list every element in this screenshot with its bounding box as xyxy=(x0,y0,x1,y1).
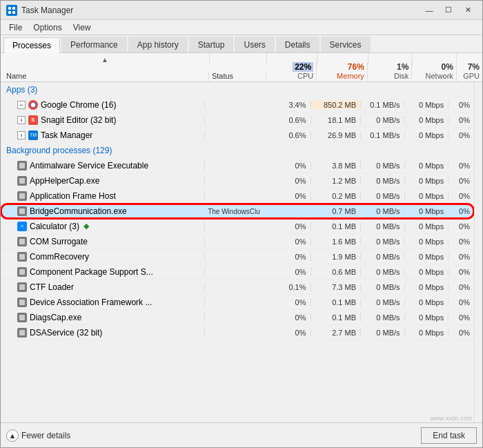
col-cpu-label[interactable]: CPU xyxy=(297,72,313,80)
process-name: Application Frame Host xyxy=(30,191,116,201)
process-row[interactable]: Application Frame Host0%0.2 MB0 MB/s0 Mb… xyxy=(1,188,474,204)
fewer-details-label: Fewer details xyxy=(21,431,70,440)
process-row[interactable]: CommRecovery0%1.9 MB0 MB/s0 Mbps0% xyxy=(1,249,474,264)
process-status-cell: The WindowsClub xyxy=(205,207,261,215)
close-button[interactable]: ✕ xyxy=(459,3,477,17)
process-row[interactable]: Antimalware Service Executable0%3.8 MB0 … xyxy=(1,158,474,173)
process-name-cell: Component Package Support S... xyxy=(1,267,205,277)
maximize-button[interactable]: ☐ xyxy=(440,3,457,17)
process-name: BridgeCommunication.exe xyxy=(30,206,127,216)
process-row[interactable]: DSAService (32 bit)0%2.7 MB0 MB/s0 Mbps0… xyxy=(1,325,474,340)
process-cpu-cell: 0% xyxy=(261,192,310,200)
process-network-cell: 0 Mbps xyxy=(405,177,449,185)
col-status-header[interactable]: Status xyxy=(212,72,233,80)
col-network-label[interactable]: Network xyxy=(426,72,453,80)
process-disk-cell: 0 MB/s xyxy=(361,329,405,337)
tab-details[interactable]: Details xyxy=(276,37,319,52)
fewer-details-icon: ▲ xyxy=(6,429,19,442)
expand-icon[interactable]: › xyxy=(17,131,26,139)
process-network-cell: 0 Mbps xyxy=(405,162,449,170)
tab-app-history[interactable]: App history xyxy=(128,37,188,52)
process-icon xyxy=(17,267,27,277)
process-row[interactable]: AppHelperCap.exe0%1.2 MB0 MB/s0 Mbps0% xyxy=(1,173,474,188)
process-row[interactable]: DiagsCap.exe0%0.1 MB0 MB/s0 Mbps0% xyxy=(1,310,474,325)
process-name: Task Manager xyxy=(41,130,92,140)
col-disk-label[interactable]: Disk xyxy=(394,72,408,80)
process-cpu-cell: 0% xyxy=(261,253,310,261)
process-name-cell: DiagsCap.exe xyxy=(1,313,205,322)
process-cpu-cell: 0% xyxy=(261,177,310,185)
process-cpu-cell: 0% xyxy=(261,313,310,322)
process-network-cell: 0 Mbps xyxy=(405,222,449,231)
window-controls: — ☐ ✕ xyxy=(420,3,477,17)
end-task-button[interactable]: End task xyxy=(421,427,477,444)
process-cpu-cell: 0% xyxy=(261,162,310,170)
svg-rect-0 xyxy=(8,7,11,10)
process-network-cell: 0 Mbps xyxy=(405,298,449,306)
process-row[interactable]: −Google Chrome (16)3.4%850.2 MB0.1 MB/s0… xyxy=(1,97,474,113)
process-gpu-cell: 0% xyxy=(448,298,474,306)
process-disk-cell: 0.1 MB/s xyxy=(361,131,405,139)
process-memory-cell: 0.1 MB xyxy=(311,313,361,322)
process-memory-cell: 18.1 MB xyxy=(311,116,361,124)
process-memory-cell: 1.9 MB xyxy=(311,253,361,261)
process-disk-cell: 0 MB/s xyxy=(361,116,405,124)
process-memory-cell: 0.6 MB xyxy=(311,268,361,276)
col-name-header[interactable]: Name xyxy=(6,72,26,80)
process-memory-cell: 850.2 MB xyxy=(311,101,361,109)
task-manager-window: Task Manager — ☐ ✕ File Options View Pro… xyxy=(0,0,483,448)
process-icon xyxy=(17,191,27,201)
process-icon xyxy=(17,161,27,171)
process-row[interactable]: ›TMTask Manager0.6%26.9 MB0.1 MB/s0 Mbps… xyxy=(1,128,474,143)
col-disk-pct: 1% xyxy=(397,62,408,72)
process-disk-cell: 0 MB/s xyxy=(361,177,405,185)
menu-file[interactable]: File xyxy=(3,21,28,34)
tab-processes[interactable]: Processes xyxy=(3,37,60,53)
process-name: CTF Loader xyxy=(30,282,74,292)
menu-options[interactable]: Options xyxy=(28,21,67,34)
col-gpu-label[interactable]: GPU xyxy=(463,72,480,80)
expand-icon[interactable]: › xyxy=(17,116,26,124)
tab-services[interactable]: Services xyxy=(321,37,371,52)
process-gpu-cell: 0% xyxy=(448,177,474,185)
process-row[interactable]: BridgeCommunication.exeThe WindowsClub0.… xyxy=(1,204,474,219)
col-memory-label[interactable]: Memory xyxy=(337,72,364,80)
process-name-cell: Antimalware Service Executable xyxy=(1,161,205,171)
process-icon xyxy=(17,206,27,216)
process-disk-cell: 0 MB/s xyxy=(361,253,405,261)
process-row[interactable]: Device Association Framework ...0%0.1 MB… xyxy=(1,295,474,310)
expand-icon[interactable]: − xyxy=(17,101,26,109)
process-row[interactable]: ›SSnagit Editor (32 bit)0.6%18.1 MB0 MB/… xyxy=(1,113,474,128)
minimize-button[interactable]: — xyxy=(420,3,438,17)
process-row[interactable]: =Calculator (3)◆0%0.1 MB0 MB/s0 Mbps0% xyxy=(1,219,474,234)
process-cpu-cell: 0.6% xyxy=(261,116,310,124)
tab-users[interactable]: Users xyxy=(235,37,274,52)
process-memory-cell: 0.1 MB xyxy=(311,222,361,231)
process-disk-cell: 0 MB/s xyxy=(361,298,405,306)
process-row[interactable]: COM Surrogate0%1.6 MB0 MB/s0 Mbps0% xyxy=(1,234,474,249)
title-bar: Task Manager — ☐ ✕ xyxy=(1,1,482,20)
process-name-cell: ›TMTask Manager xyxy=(1,130,205,140)
process-icon xyxy=(17,176,27,186)
process-memory-cell: 7.3 MB xyxy=(311,283,361,291)
process-memory-cell: 0.2 MB xyxy=(311,192,361,200)
process-disk-cell: 0 MB/s xyxy=(361,237,405,246)
tab-startup[interactable]: Startup xyxy=(189,37,234,52)
process-network-cell: 0 Mbps xyxy=(405,253,449,261)
process-disk-cell: 0 MB/s xyxy=(361,207,405,215)
process-row[interactable]: Component Package Support S...0%0.6 MB0 … xyxy=(1,264,474,280)
menu-bar: File Options View xyxy=(1,20,482,35)
process-gpu-cell: 0% xyxy=(448,268,474,276)
fewer-details-button[interactable]: ▲ Fewer details xyxy=(6,429,70,442)
process-name: Snagit Editor (32 bit) xyxy=(41,115,116,125)
process-name-cell: BridgeCommunication.exe xyxy=(1,206,205,216)
process-network-cell: 0 Mbps xyxy=(405,268,449,276)
process-icon xyxy=(28,100,38,110)
scrollbar-track[interactable] xyxy=(474,82,482,422)
process-row[interactable]: CTF Loader0.1%7.3 MB0 MB/s0 Mbps0% xyxy=(1,280,474,295)
tab-performance[interactable]: Performance xyxy=(61,37,127,52)
process-name: DSAService (32 bit) xyxy=(30,328,102,338)
menu-view[interactable]: View xyxy=(68,21,97,34)
process-name-cell: COM Surrogate xyxy=(1,237,205,246)
process-disk-cell: 0 MB/s xyxy=(361,268,405,276)
